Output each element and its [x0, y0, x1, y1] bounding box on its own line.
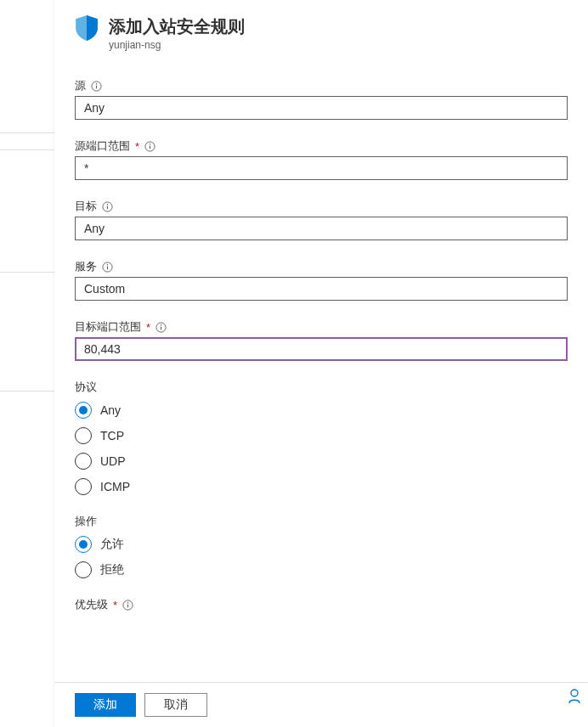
svg-point-4 — [150, 143, 150, 144]
svg-point-18 — [571, 690, 578, 696]
left-background-strip — [0, 0, 54, 727]
service-select[interactable]: Custom — [75, 277, 568, 301]
blade-header: 添加入站安全规则 yunjian-nsg — [54, 0, 588, 59]
svg-rect-2 — [96, 85, 97, 88]
label-source: 源 — [75, 78, 568, 93]
radio-icon — [75, 561, 92, 578]
dest-port-input[interactable] — [75, 337, 568, 361]
svg-point-13 — [161, 324, 161, 324]
action-radio-group: 允许 拒绝 — [75, 536, 568, 578]
form-area: 源 Any 源端口范围* 目标 Any — [54, 59, 588, 682]
field-service: 服务 Custom — [75, 259, 568, 301]
action-option-deny[interactable]: 拒绝 — [75, 561, 568, 578]
label-priority: 优先级* — [75, 597, 568, 612]
protocol-option-any[interactable]: Any — [75, 402, 568, 419]
field-priority: 优先级* — [75, 597, 568, 612]
svg-rect-8 — [107, 206, 108, 209]
protocol-radio-group: Any TCP UDP ICMP — [75, 402, 568, 495]
svg-rect-14 — [161, 326, 161, 330]
blade-footer: 添加 取消 — [54, 682, 588, 727]
info-icon[interactable] — [122, 600, 133, 611]
label-source-port: 源端口范围* — [75, 138, 568, 154]
add-button[interactable]: 添加 — [75, 693, 136, 717]
radio-icon — [75, 536, 92, 553]
field-action: 操作 允许 拒绝 — [75, 514, 568, 578]
info-icon[interactable] — [144, 141, 155, 152]
label-dest-port: 目标端口范围* — [75, 319, 568, 335]
source-select[interactable]: Any — [75, 96, 568, 120]
source-port-input[interactable] — [75, 156, 568, 180]
info-icon[interactable] — [155, 322, 167, 333]
svg-rect-11 — [107, 266, 108, 269]
info-icon[interactable] — [102, 201, 113, 212]
info-icon[interactable] — [102, 262, 113, 273]
protocol-option-icmp[interactable]: ICMP — [75, 478, 568, 495]
blade-title: 添加入站安全规则 — [109, 15, 568, 37]
label-service: 服务 — [75, 259, 568, 274]
svg-rect-17 — [127, 604, 128, 607]
cancel-button[interactable]: 取消 — [144, 693, 207, 717]
svg-rect-5 — [150, 145, 150, 149]
field-protocol: 协议 Any TCP UDP ICMP — [75, 380, 568, 495]
svg-point-10 — [107, 263, 108, 264]
action-option-allow[interactable]: 允许 — [75, 536, 568, 553]
field-source: 源 Any — [75, 78, 568, 120]
feedback-icon[interactable] — [568, 689, 581, 707]
label-protocol: 协议 — [75, 380, 568, 395]
protocol-option-udp[interactable]: UDP — [75, 453, 568, 470]
svg-point-16 — [127, 601, 128, 602]
add-inbound-rule-blade: 添加入站安全规则 yunjian-nsg 源 Any 源端口范围* — [54, 0, 588, 727]
label-destination: 目标 — [75, 199, 568, 214]
svg-point-7 — [107, 203, 108, 204]
radio-icon — [75, 402, 92, 419]
radio-icon — [75, 453, 92, 470]
info-icon[interactable] — [91, 81, 102, 92]
blade-subtitle: yunjian-nsg — [109, 39, 568, 51]
field-destination: 目标 Any — [75, 199, 568, 240]
field-source-port: 源端口范围* — [75, 138, 568, 180]
radio-icon — [75, 478, 92, 495]
destination-select[interactable]: Any — [75, 217, 568, 240]
svg-point-1 — [96, 82, 97, 83]
shield-icon — [75, 15, 99, 41]
protocol-option-tcp[interactable]: TCP — [75, 427, 568, 444]
label-action: 操作 — [75, 514, 568, 529]
radio-icon — [75, 427, 92, 444]
field-dest-port: 目标端口范围* — [75, 319, 568, 361]
